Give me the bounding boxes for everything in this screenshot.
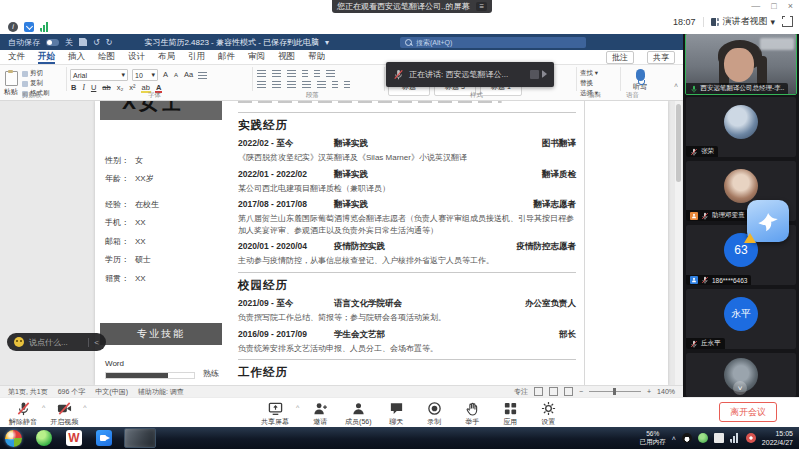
change-case-button[interactable]: Aa <box>183 70 194 80</box>
collapse-chat-icon[interactable]: < <box>94 338 99 347</box>
notes-tray-icon[interactable] <box>714 433 724 443</box>
shading-icon[interactable] <box>332 81 338 88</box>
taskbar-active-window-thumb[interactable] <box>124 428 156 448</box>
comments-button[interactable]: 批注 <box>606 51 634 64</box>
shrink-font-button[interactable]: A <box>173 70 179 80</box>
font-size-select[interactable]: 10▾ <box>132 69 158 81</box>
justify-icon[interactable] <box>302 81 311 88</box>
sort-icon[interactable] <box>326 70 335 77</box>
meeting-info-icon[interactable]: i <box>8 22 18 32</box>
autosave-toggle[interactable] <box>46 39 59 46</box>
zoom-in-button[interactable]: + <box>647 388 651 395</box>
share-screen-button[interactable]: 共享屏幕 <box>258 401 292 427</box>
close-button[interactable]: × <box>788 1 793 11</box>
align-right-icon[interactable] <box>287 81 296 88</box>
leave-meeting-button[interactable]: 离开会议 <box>719 402 777 422</box>
accessibility-status[interactable]: 辅助功能: 调查 <box>138 387 184 397</box>
align-left-icon[interactable] <box>257 81 266 88</box>
qq-tray-icon[interactable] <box>682 433 692 443</box>
participant-tile-speaker[interactable]: 西安远笔翻译公司总经理-李.. <box>685 33 797 95</box>
undo-icon[interactable]: ↺ <box>93 38 100 47</box>
video-options-caret[interactable]: ^ <box>83 404 86 411</box>
taskbar-clock[interactable]: 15:05 2022/4/27 <box>762 429 793 447</box>
fullscreen-icon[interactable] <box>782 16 793 27</box>
number-list-icon[interactable] <box>272 70 281 77</box>
chat-button[interactable]: 聊天 <box>379 401 413 427</box>
share-button[interactable]: 共享 <box>647 51 675 64</box>
dictate-button[interactable]: 听写 <box>620 67 660 92</box>
decrease-indent-icon[interactable] <box>302 70 308 77</box>
web-layout-icon[interactable] <box>564 387 573 396</box>
find-button[interactable]: 查找 ▾ <box>580 69 616 78</box>
scrollbar-thumb[interactable] <box>676 104 681 182</box>
call-tray-icon[interactable] <box>746 433 756 443</box>
maximize-button[interactable]: □ <box>771 1 776 11</box>
page-indicator[interactable]: 第1页, 共1页 <box>8 387 48 397</box>
title-dropdown-icon[interactable]: ▾ <box>325 38 329 47</box>
quick-chat-bar[interactable]: 说点什么... < <box>7 333 106 351</box>
language-indicator[interactable]: 中文(中国) <box>95 387 128 397</box>
participant-tile[interactable]: 张荣 <box>686 97 796 157</box>
taskbar-meeting-icon[interactable] <box>96 430 112 446</box>
participant-tile[interactable]: 永平 丘永平 <box>686 289 796 349</box>
copy-button[interactable]: 复制 <box>22 79 50 88</box>
banner-menu-icon[interactable]: ≡ <box>476 2 487 11</box>
unmute-button[interactable]: 解除静音 <box>6 401 40 427</box>
memory-indicator[interactable]: 56% 已用内存 <box>640 430 666 446</box>
redo-icon[interactable]: ↻ <box>106 38 113 47</box>
apps-button[interactable]: 应用 <box>493 401 527 427</box>
start-video-button[interactable]: 开启视频 <box>47 401 81 427</box>
security-shield-icon[interactable] <box>24 22 34 32</box>
invite-button[interactable]: 邀请 <box>303 401 337 427</box>
share-options-caret[interactable]: ^ <box>296 404 299 411</box>
replace-button[interactable]: 替换 <box>580 79 616 88</box>
tab-layout[interactable]: 布局 <box>158 51 175 63</box>
tray-expand-icon[interactable]: ˄ <box>672 435 676 442</box>
emoji-icon[interactable] <box>14 337 24 347</box>
settings-button[interactable]: 设置 <box>531 401 565 427</box>
print-layout-icon[interactable] <box>549 387 558 396</box>
grow-font-button[interactable]: A <box>162 70 169 80</box>
tab-design[interactable]: 设计 <box>128 51 145 63</box>
document-scrollbar[interactable] <box>675 101 682 385</box>
increase-indent-icon[interactable] <box>314 70 320 77</box>
font-name-select[interactable]: Arial▾ <box>70 69 128 81</box>
cut-button[interactable]: 剪切 <box>22 69 50 78</box>
antivirus-tray-icon[interactable] <box>698 433 708 443</box>
chevron-down-icon[interactable]: ˅ <box>733 381 747 395</box>
tab-insert[interactable]: 插入 <box>68 51 85 63</box>
zoom-level[interactable]: 140% <box>657 388 675 395</box>
word-count[interactable]: 696 个字 <box>58 387 86 397</box>
zoom-out-button[interactable]: − <box>579 388 583 395</box>
tab-view[interactable]: 视图 <box>278 51 295 63</box>
start-button[interactable] <box>5 430 22 447</box>
minimize-button[interactable]: — <box>751 1 760 11</box>
word-search-input[interactable]: 搜索(Alt+Q) <box>400 37 586 48</box>
chat-input-placeholder[interactable]: 说点什么... <box>29 337 68 348</box>
toast-expand-icon[interactable] <box>542 70 547 78</box>
taskbar-browser-icon[interactable] <box>36 430 52 446</box>
tab-draw[interactable]: 绘图 <box>98 51 115 63</box>
save-icon[interactable] <box>79 38 87 46</box>
focus-mode-button[interactable]: 专注 <box>514 387 528 397</box>
tab-references[interactable]: 引用 <box>188 51 205 63</box>
borders-icon[interactable] <box>344 81 350 88</box>
taskbar-wps-icon[interactable]: W <box>66 430 82 446</box>
network-tray-icon[interactable] <box>730 433 740 443</box>
read-mode-icon[interactable] <box>534 387 543 396</box>
raise-hand-button[interactable]: 举手 <box>455 401 489 427</box>
tab-mailings[interactable]: 邮件 <box>218 51 235 63</box>
view-mode-dropdown[interactable]: 演讲者视图 ▾ <box>711 15 775 28</box>
toast-share-icon[interactable] <box>530 70 539 79</box>
tab-review[interactable]: 审阅 <box>248 51 265 63</box>
mic-options-caret[interactable]: ^ <box>42 404 45 411</box>
blue-bird-app-icon[interactable] <box>747 200 789 242</box>
tab-help[interactable]: 帮助 <box>308 51 325 63</box>
multilevel-list-icon[interactable] <box>287 70 296 77</box>
line-spacing-icon[interactable] <box>317 81 326 88</box>
clear-formatting-icon[interactable] <box>198 72 207 79</box>
align-center-icon[interactable] <box>272 81 281 88</box>
network-signal-icon[interactable] <box>40 22 50 32</box>
zoom-slider[interactable] <box>589 391 641 392</box>
tab-home[interactable]: 开始 <box>38 51 55 64</box>
